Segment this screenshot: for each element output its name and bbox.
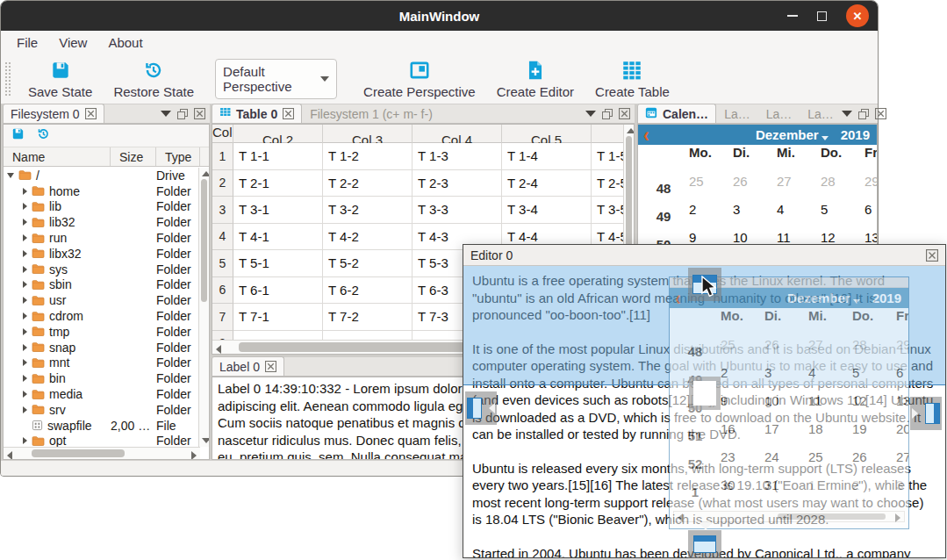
calendar-day[interactable]: 27	[777, 174, 821, 202]
expander-icon[interactable]	[23, 203, 27, 210]
prev-month-icon[interactable]: ‹	[675, 288, 681, 309]
calendar-day[interactable]: 4	[808, 365, 852, 393]
expander-icon[interactable]	[7, 173, 14, 178]
table-cell[interactable]: T 5-1	[233, 250, 323, 277]
calendar-day[interactable]: 26	[764, 337, 808, 365]
calendar-day[interactable]: 1	[808, 477, 852, 506]
row-number[interactable]: 7	[212, 304, 233, 331]
calendar-day[interactable]: 29	[864, 174, 878, 202]
expander-icon[interactable]	[23, 234, 27, 241]
calendar-day[interactable]: 25	[721, 337, 764, 365]
close-panel-icon[interactable]	[875, 108, 886, 119]
create-perspective-button[interactable]: Create Perspective	[353, 55, 486, 103]
create-table-button[interactable]: Create Table	[585, 55, 680, 103]
calendar-day[interactable]: 26	[852, 449, 896, 477]
tree-row[interactable]: usr Folder	[4, 292, 200, 308]
editor-titlebar[interactable]: Editor 0	[463, 245, 945, 266]
table-cell[interactable]: T 3-4	[502, 197, 592, 224]
expander-icon[interactable]	[23, 219, 27, 226]
close-panel-icon[interactable]	[619, 108, 630, 119]
tree-row[interactable]: home Folder	[4, 183, 200, 199]
calendar-day[interactable]: 5	[821, 202, 864, 230]
tab-label-truncated[interactable]: La…	[716, 104, 758, 123]
scroll-up-icon[interactable]	[627, 128, 635, 133]
table-cell[interactable]: T 3-2	[323, 197, 413, 224]
calendar-day[interactable]: 6	[864, 202, 878, 230]
save-state-button[interactable]: Save State	[18, 55, 103, 103]
tab-close-icon[interactable]	[283, 108, 294, 119]
minimize-icon[interactable]	[787, 15, 798, 17]
menu-view[interactable]: View	[50, 33, 96, 52]
tree-row[interactable]: srv Folder	[4, 402, 200, 418]
tree-row[interactable]: libx32 Folder	[4, 246, 200, 262]
row-number[interactable]: 6	[212, 277, 233, 305]
scroll-left-icon[interactable]	[216, 345, 221, 354]
row-number[interactable]: 4	[212, 224, 233, 251]
dock-indicator-right[interactable]	[910, 397, 942, 430]
table-cell[interactable]: T 1-2	[323, 143, 413, 170]
calendar-day[interactable]: 5	[852, 365, 896, 393]
scrollbar-handle[interactable]	[32, 449, 125, 457]
table-cell[interactable]: T 2-2	[323, 170, 413, 197]
table-cell[interactable]: T 7-2	[323, 304, 413, 331]
table-cell[interactable]: T 1-3	[413, 143, 502, 170]
calendar-day[interactable]: 28	[852, 337, 896, 365]
calendar-day[interactable]: 18	[808, 421, 852, 449]
calendar-day[interactable]: 26	[733, 174, 777, 202]
tree-row[interactable]: / Drive	[4, 168, 200, 183]
scroll-right-icon[interactable]	[191, 451, 197, 460]
calendar-day[interactable]: 12	[852, 393, 896, 421]
table-cell[interactable]: T 2-5	[592, 170, 625, 197]
calendar-day[interactable]: 3	[764, 365, 808, 393]
float-panel-icon[interactable]	[177, 109, 188, 119]
calendar-day[interactable]: 10	[764, 393, 808, 421]
expander-icon[interactable]	[23, 406, 27, 413]
calendar-day[interactable]: 27	[808, 337, 852, 365]
tree-row[interactable]: mnt Folder	[4, 355, 200, 371]
close-icon[interactable]: ✕	[846, 4, 869, 27]
prev-month-icon[interactable]: ‹	[643, 125, 649, 146]
calendar-day[interactable]: 25	[808, 449, 852, 477]
table-cell[interactable]: T 2-3	[413, 170, 502, 197]
tree-header-type[interactable]: Type	[156, 147, 200, 166]
calendar-day[interactable]: 30	[721, 477, 764, 506]
table-cell[interactable]: T 4-2	[323, 224, 413, 251]
tree-header-size[interactable]: Size	[111, 147, 156, 166]
calendar-day[interactable]: 31	[764, 477, 808, 506]
tree-row[interactable]: swapfile 2,00 … File	[4, 418, 200, 434]
calendar-day[interactable]: 23	[721, 449, 764, 477]
calendar-day[interactable]: 20	[896, 421, 909, 449]
calendar-day[interactable]: 6	[896, 365, 909, 393]
month-button[interactable]: Dezember	[756, 127, 829, 142]
dock-indicator-left[interactable]	[465, 391, 497, 425]
row-number[interactable]: 3	[212, 197, 233, 224]
menu-file[interactable]: File	[8, 33, 47, 52]
menu-about[interactable]: About	[99, 33, 151, 52]
tree-row[interactable]: sys Folder	[4, 262, 200, 277]
titlebar[interactable]: MainWindow ✕	[1, 1, 878, 31]
calendar-day[interactable]: 9	[721, 393, 764, 421]
tab-close-icon[interactable]	[265, 361, 276, 372]
float-panel-icon[interactable]	[602, 109, 613, 119]
history-icon[interactable]	[36, 126, 51, 145]
calendar-day[interactable]: 2	[852, 477, 896, 506]
maximize-icon[interactable]	[817, 11, 827, 21]
expander-icon[interactable]	[23, 297, 27, 304]
tree-row[interactable]: bin Folder	[4, 370, 200, 386]
tab-filesystem-1[interactable]: Filesystem 1 (c+ m- f-)	[302, 104, 441, 123]
restore-state-button[interactable]: Restore State	[103, 55, 204, 103]
float-panel-icon[interactable]	[858, 109, 869, 119]
table-cell[interactable]: T 1-1	[233, 143, 323, 170]
tab-filesystem-0[interactable]: Filesystem 0	[3, 104, 104, 123]
tree-row[interactable]: lib32 Folder	[4, 214, 200, 230]
scroll-down-icon[interactable]	[202, 438, 210, 443]
expander-icon[interactable]	[23, 359, 27, 366]
row-number[interactable]: 2	[212, 170, 233, 197]
calendar-day[interactable]: 17	[764, 421, 808, 449]
table-cell[interactable]: T 3-1	[233, 197, 323, 224]
tree-row[interactable]: run Folder	[4, 230, 200, 246]
expander-icon[interactable]	[23, 312, 27, 319]
tree-row[interactable]: media Folder	[4, 386, 200, 402]
table-cell[interactable]: T 1-4	[502, 143, 592, 170]
calendar-day[interactable]: 24	[764, 449, 808, 477]
